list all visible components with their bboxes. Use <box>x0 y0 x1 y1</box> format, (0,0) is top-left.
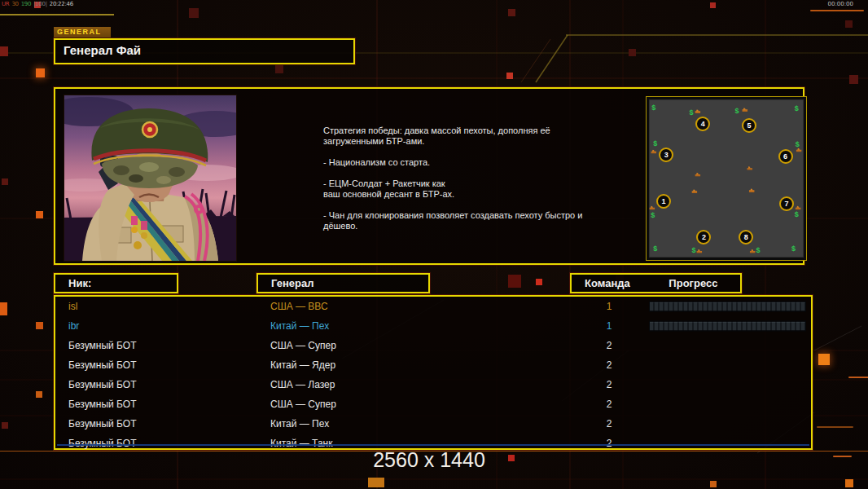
supply-dock-icon: $ <box>651 212 655 218</box>
start-position-marker: 8 <box>739 230 753 244</box>
table-row: Безумный БОТСША — Супер2 <box>55 336 811 355</box>
player-nick: Безумный БОТ <box>68 394 136 414</box>
load-progress-bar <box>649 321 806 332</box>
general-tab-label: GENERAL <box>54 27 111 37</box>
supply-dock-icon: $ <box>735 108 739 114</box>
oil-derrick-icon <box>742 108 747 112</box>
perf-segment: 190 <box>21 1 31 7</box>
supply-dock-icon: $ <box>690 109 694 116</box>
general-name-box: Генерал Фай <box>54 38 355 64</box>
supply-dock-icon: $ <box>791 245 796 252</box>
player-nick: ibr <box>68 316 79 336</box>
player-team: 1 <box>596 316 622 336</box>
oil-derrick-icon <box>651 150 656 154</box>
start-position-marker: 6 <box>778 149 793 164</box>
oil-derrick-icon <box>747 166 752 170</box>
strategy-text: Стратегия победы: давка массой пехоты, д… <box>323 126 592 242</box>
oil-derrick-icon <box>695 173 700 177</box>
column-header-team-progress: Команда Прогресс <box>570 273 742 293</box>
player-nick: Безумный БОТ <box>68 414 136 434</box>
player-team: 2 <box>596 355 622 375</box>
table-row: ibrКитай — Пех1 <box>55 316 811 336</box>
supply-dock-icon: $ <box>756 247 761 253</box>
progress-header-label: Прогресс <box>669 277 717 289</box>
oil-derrick-icon <box>649 205 655 209</box>
player-general: США — Супер <box>270 336 336 355</box>
supply-dock-icon: $ <box>691 247 695 253</box>
loading-screen: UR30190|100|20:22:46 00:00:00 GENERAL Ге… <box>0 0 868 489</box>
oil-derrick-icon <box>796 205 801 209</box>
general-name: Генерал Фай <box>64 43 353 57</box>
oil-derrick-icon <box>691 189 697 193</box>
strategy-paragraph: - ЕЦМ-Солдат + Ракетчик как ваш основной… <box>323 178 592 200</box>
player-team: 2 <box>596 375 622 394</box>
perf-segment: UR <box>2 1 9 7</box>
oil-derrick-icon <box>796 148 802 152</box>
oil-derrick-icon <box>749 188 755 192</box>
minimap: $$$$$$$$$$$$12345678 <box>649 99 804 258</box>
general-info-panel: Стратегия победы: давка массой пехоты, д… <box>54 87 804 265</box>
player-team: 2 <box>596 336 622 355</box>
player-rows: islСША — ВВС1ibrКитай — Пех1Безумный БОТ… <box>55 297 811 448</box>
column-header-nick: Ник: <box>54 273 178 293</box>
table-row: Безумный БОТКитай — Ядер2 <box>55 355 811 375</box>
strategy-paragraph: - Чан для клонирования позволяет создава… <box>323 210 592 231</box>
match-timer: 00:00:00 <box>828 1 853 7</box>
start-position-marker: 7 <box>779 196 794 211</box>
oil-derrick-icon <box>696 249 702 253</box>
player-team: 2 <box>596 394 622 414</box>
start-position-marker: 5 <box>742 118 756 133</box>
oil-derrick-icon <box>695 109 700 113</box>
player-general: Китай — Танк <box>270 434 332 453</box>
supply-dock-icon: $ <box>795 105 799 112</box>
divider-line <box>57 444 809 446</box>
team-header-label: Команда <box>585 277 630 289</box>
start-position-marker: 1 <box>656 194 671 209</box>
map-preview: $$$$$$$$$$$$12345678 <box>646 96 807 261</box>
supply-dock-icon: $ <box>795 211 799 218</box>
supply-dock-icon: $ <box>653 140 657 147</box>
supply-dock-icon: $ <box>653 245 657 252</box>
oil-derrick-icon <box>750 249 756 253</box>
table-row: islСША — ВВС1 <box>55 297 811 316</box>
start-position-marker: 3 <box>659 148 673 162</box>
player-nick: Безумный БОТ <box>68 375 136 394</box>
column-header-general: Генерал <box>256 273 430 293</box>
start-position-marker: 4 <box>695 117 710 131</box>
perf-segment: |100| <box>33 1 47 7</box>
perf-segment: 20:22:46 <box>50 1 73 7</box>
perf-overlay: UR30190|100|20:22:46 <box>2 1 76 7</box>
table-row: Безумный БОТСША — Лазер2 <box>55 375 811 394</box>
player-general: Китай — Ядер <box>270 355 335 375</box>
player-team: 1 <box>596 297 622 316</box>
player-team: 2 <box>596 414 622 434</box>
supply-dock-icon: $ <box>796 141 800 148</box>
player-general: Китай — Пех <box>270 316 329 336</box>
player-general: США — Супер <box>270 394 336 414</box>
strategy-paragraph: - Национализм со старта. <box>323 157 592 168</box>
general-portrait-image <box>64 95 236 261</box>
player-nick: Безумный БОТ <box>68 336 136 355</box>
player-general: Китай — Пех <box>270 414 329 434</box>
resolution-label: 2560 x 1440 <box>373 448 485 472</box>
general-header-label: Генерал <box>271 277 313 289</box>
table-row: Безумный БОТСША — Супер2 <box>55 394 811 414</box>
player-nick: isl <box>68 297 77 316</box>
player-nick: Безумный БОТ <box>68 355 136 375</box>
player-nick: Безумный БОТ <box>68 434 136 453</box>
player-general: США — ВВС <box>270 297 328 316</box>
strategy-paragraph: Стратегия победы: давка массой пехоты, д… <box>323 126 592 147</box>
supply-dock-icon: $ <box>651 104 655 111</box>
table-row: Безумный БОТКитай — Пех2 <box>55 414 811 434</box>
perf-segment: 30 <box>11 1 18 7</box>
player-table: islСША — ВВС1ibrКитай — Пех1Безумный БОТ… <box>54 295 813 450</box>
load-progress-bar <box>649 302 806 312</box>
player-team: 2 <box>596 434 622 453</box>
nick-header-label: Ник: <box>68 277 91 289</box>
player-general: США — Лазер <box>270 375 335 394</box>
general-portrait <box>64 95 236 261</box>
start-position-marker: 2 <box>696 230 711 244</box>
